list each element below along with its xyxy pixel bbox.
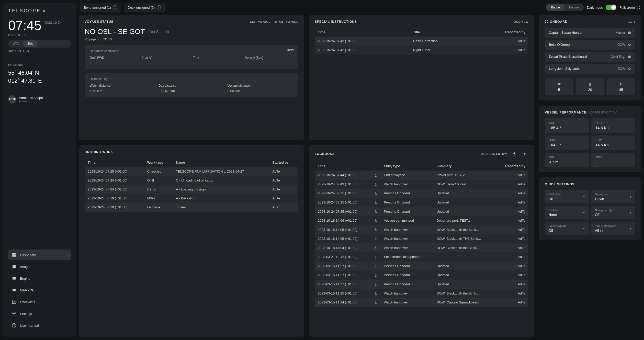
- table-row[interactable]: 2023-10-24 07:25 (+01:00) Persons Onboar…: [315, 207, 528, 216]
- chevron-down-icon: ▼: [629, 196, 632, 198]
- tz-ship-button[interactable]: Ship: [23, 40, 38, 47]
- table-row[interactable]: 2023-10-24 07:42 (+01:00) Night Order Ad…: [315, 46, 528, 54]
- nav-manual[interactable]: ? User manual: [8, 320, 71, 331]
- nav-settings-label: Settings: [20, 312, 32, 316]
- add-new-button[interactable]: ADD NEW: [514, 20, 528, 23]
- table-row[interactable]: 2023-10-24 07:25 (+01:00) Persons Onboar…: [315, 198, 528, 207]
- nav-dashboard[interactable]: Dashboard: [8, 250, 71, 260]
- add-quick-log-button[interactable]: [521, 150, 528, 157]
- table-row[interactable]: 2023-10-18 14:05 (+01:00) Watch handover…: [315, 225, 528, 234]
- quick-setting-select[interactable]: Deck light On ▼: [545, 190, 589, 203]
- quick-setting-select[interactable]: Navigation light Off ▼: [591, 206, 635, 219]
- quick-settings-panel: QUICK SETTINGS Deck light On ▼ Daysignal…: [539, 177, 641, 240]
- cell-entry-type: Persons Onboard: [381, 262, 433, 271]
- user-row[interactable]: ADTE Admin TelScope Admin: [8, 95, 71, 104]
- table-row[interactable]: 2023-03-15 11:27 (+01:00) Persons Onboar…: [315, 270, 528, 280]
- crew-name: Bella O'Greed: [549, 43, 617, 47]
- table-row[interactable]: 2023-10-24 07:43 (+01:00) Watch handover…: [315, 180, 528, 189]
- ongoing-header: ONGOING WORK: [85, 150, 113, 154]
- cell-summary: Updated: [433, 262, 496, 271]
- table-row[interactable]: 2023-03-15 11:24 (+01:00) Watch handover…: [315, 298, 528, 307]
- table-row[interactable]: 2023-03-21 10:42 (+01:00) Ship credentia…: [315, 252, 528, 262]
- cell-summary: OOW: Blacktooth the Stink…: [433, 243, 496, 253]
- nav-engine[interactable]: Engine: [8, 273, 71, 284]
- table-row[interactable]: 2023-10-24 07:19 (+01:00) Garbage To sea…: [85, 203, 298, 212]
- timezone-toggle: UTC Ship: [8, 40, 71, 48]
- table-row[interactable]: 2023-10-18 14:04 (+01:00) Watch handover…: [315, 243, 528, 253]
- crew-item[interactable]: Bella O'Greed OOW: [545, 40, 635, 50]
- fullscreen-button[interactable]: Fullscreen: [619, 6, 640, 9]
- cell-icon: [371, 289, 381, 298]
- nav-marpol[interactable]: MARPOL: [8, 285, 71, 296]
- crew-item[interactable]: Long John Sillypants EOW: [545, 64, 635, 74]
- anchor-icon: [374, 282, 378, 286]
- cell-icon: [371, 243, 381, 253]
- cell-time: 2023-03-15 11:25 (+01:00): [315, 289, 371, 298]
- cell-summary: Arrival port: TEST2: [433, 171, 496, 180]
- set-ship-time-button[interactable]: SET SHIP TIME: [8, 50, 71, 53]
- stat-box[interactable]: 45: [607, 78, 635, 95]
- nav-checklists[interactable]: Checklists: [8, 297, 71, 307]
- watch-dist-value: 1.50 Nm: [90, 89, 155, 93]
- edit-voyage-button[interactable]: EDIT VOYAGE: [250, 20, 270, 23]
- perf-value: 165.4 °: [549, 126, 585, 130]
- stat-box[interactable]: 5: [545, 78, 573, 95]
- table-row[interactable]: 2023-10-18 14:05 (+01:00) Watch handover…: [315, 234, 528, 243]
- dist-log-label: Distance Log: [90, 77, 293, 81]
- table-row[interactable]: 2023-10-24 07:19 (+01:00) MSO A - Ballas…: [85, 194, 298, 203]
- stat-box[interactable]: 20: [576, 78, 604, 95]
- anchor-icon: [374, 301, 378, 304]
- col-started-by: Started by: [269, 158, 298, 167]
- svg-point-5: [622, 83, 622, 84]
- quick-setting-select[interactable]: Sound signals Off ▼: [545, 222, 589, 235]
- logo: TELSCOPE: [8, 8, 71, 14]
- add-anchor-log-button[interactable]: [511, 150, 518, 157]
- bwrb-unsigned-chip[interactable]: Bwrb unsigned (1) i: [80, 3, 121, 12]
- quick-setting-select[interactable]: Fins & stabilizers All in ▼: [591, 222, 635, 235]
- tz-utc-button[interactable]: UTC: [9, 40, 23, 47]
- dark-mode-switch[interactable]: [606, 5, 616, 10]
- table-row[interactable]: 2023-10-24 07:43 (+01:00) Chart Correcti…: [315, 37, 528, 46]
- table-row[interactable]: 2023-10-24 07:24 (+01:00) Oil II C - Unl…: [85, 176, 298, 185]
- voyage-route: NO OSL - SE GOT: [85, 28, 145, 36]
- cell-recorded-by: AdTe: [496, 298, 528, 307]
- perf-subtitle: (NOT FOR NAVIGATION): [588, 111, 617, 114]
- table-row[interactable]: 2023-03-15 11:27 (+01:00) Persons Onboar…: [315, 280, 528, 289]
- deck-unsigned-chip[interactable]: Deck unsigned (5) i: [124, 3, 165, 12]
- cell-summary: OOW: Bella O'Greed: [433, 180, 496, 189]
- perf-label: SOG: [595, 121, 631, 124]
- table-row[interactable]: 2023-10-24 07:24 (+01:00) Cargo A - Load…: [85, 185, 298, 194]
- start-voyage-button[interactable]: START VOYAGE: [275, 20, 298, 23]
- cell-time: 2023-03-15 11:24 (+01:00): [315, 298, 371, 307]
- cell-entry-type: Persons Onboard: [381, 198, 433, 207]
- qs-value: Off: [548, 229, 585, 233]
- crew-item[interactable]: Captain Squawkbeard Master: [545, 28, 635, 38]
- quick-setting-select[interactable]: Daysignals Down ▼: [591, 190, 635, 203]
- cell-started-by: AdTe: [269, 167, 298, 176]
- nav-marpol-label: MARPOL: [20, 288, 34, 292]
- cell-recorded-by: AdTe: [496, 225, 528, 234]
- table-row[interactable]: 2023-03-15 11:25 (+01:00) Watch handover…: [315, 289, 528, 298]
- cell-recorded-by: AdTe: [496, 180, 528, 189]
- nav-settings[interactable]: Settings: [8, 308, 71, 319]
- dep-cond-edit-button[interactable]: EDIT: [287, 49, 294, 52]
- view-bridge-button[interactable]: Bridge: [546, 4, 564, 11]
- onboard-edit-button[interactable]: EDIT: [628, 20, 635, 23]
- cell-time: 2023-10-18 14:06 (+01:00): [315, 216, 371, 225]
- cell-title: Chart Correction: [410, 37, 474, 46]
- chevron-down-icon: ▼: [629, 211, 632, 214]
- table-row[interactable]: 2023-10-24 07:25 (+01:00) Checklist TELS…: [85, 167, 298, 176]
- table-row[interactable]: 2023-10-24 07:44 (+01:00) End of voyage …: [315, 171, 528, 180]
- view-engine-button[interactable]: Engine: [564, 4, 583, 11]
- check-icon: [12, 300, 16, 304]
- table-row[interactable]: 2023-10-18 14:06 (+01:00) Voyage commenc…: [315, 216, 528, 225]
- table-row[interactable]: 2023-10-24 07:25 (+01:00) Persons Onboar…: [315, 189, 528, 198]
- cell-time: 2023-10-24 07:19 (+01:00): [85, 203, 144, 212]
- table-row[interactable]: 2023-03-15 11:27 (+01:00) Persons Onboar…: [315, 262, 528, 271]
- anchor-icon: [374, 210, 378, 213]
- crew-item[interactable]: Dread Pirate Biscuitbeard Chief Eng.: [545, 52, 635, 62]
- quick-setting-select[interactable]: Lookout None ▼: [545, 206, 589, 219]
- nav-bridge[interactable]: Bridge: [8, 261, 71, 272]
- anchor-icon: [374, 192, 378, 195]
- fullscreen-icon: [636, 6, 640, 9]
